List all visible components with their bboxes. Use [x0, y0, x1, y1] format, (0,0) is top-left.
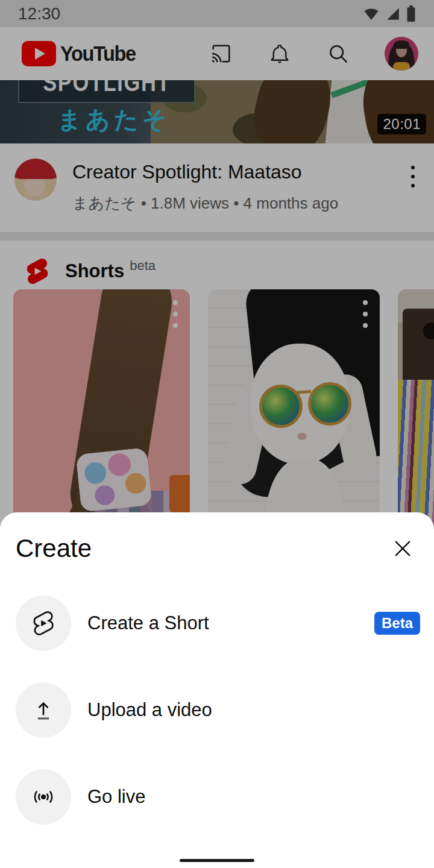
live-icon — [16, 769, 71, 825]
create-a-short-item[interactable]: Create a Short Beta — [16, 596, 420, 651]
go-live-label: Go live — [87, 786, 145, 808]
close-icon[interactable] — [389, 535, 416, 562]
create-a-short-label: Create a Short — [87, 612, 209, 634]
create-bottom-sheet: Create Create a Short Beta — [0, 512, 434, 868]
shorts-outline-icon — [16, 596, 71, 651]
go-live-item[interactable]: Go live — [16, 769, 420, 825]
upload-icon — [16, 682, 71, 738]
upload-a-video-label: Upload a video — [87, 699, 212, 721]
home-indicator[interactable] — [180, 859, 254, 862]
upload-a-video-item[interactable]: Upload a video — [16, 682, 420, 738]
youtube-app-screen: 12:30 YouTube — [0, 0, 434, 868]
beta-badge: Beta — [374, 612, 420, 635]
sheet-title: Create — [16, 534, 92, 563]
